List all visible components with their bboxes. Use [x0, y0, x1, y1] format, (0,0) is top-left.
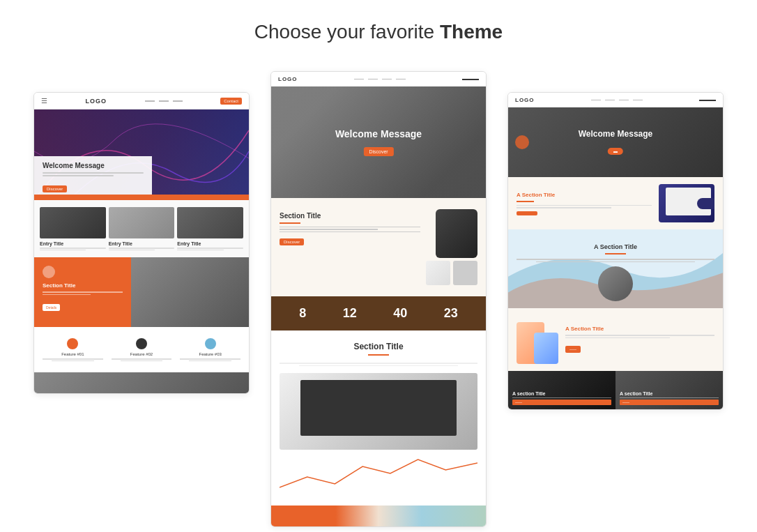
t3-nav-bar — [699, 100, 716, 101]
t1-nav-link3 — [173, 100, 183, 102]
t1-feature-circle1 — [67, 338, 78, 349]
hamburger-icon[interactable]: ☰ — [41, 97, 47, 105]
t1-section-line2 — [43, 294, 91, 296]
t1-section: Section Title Details — [34, 257, 249, 327]
t1-feature-3: Feature #03 — [177, 334, 243, 365]
t3-bottom-title1: A section Title — [512, 391, 611, 396]
t1-entries: Entry Title Entry Title Entry Title — [34, 200, 249, 257]
t3-promo-btn[interactable]: —— — [565, 346, 581, 353]
t1-hero-content: Welcome Message Discover — [34, 156, 152, 200]
t2-product-accent-line — [280, 222, 300, 224]
t3-hero: Welcome Message ▬ — [508, 107, 723, 177]
t2-nav-link1 — [354, 79, 364, 80]
t1-feature-label3: Feature #03 — [199, 352, 222, 356]
t2-count-2: 12 — [343, 306, 357, 321]
themes-container: ☰ LOGO Contact Welcome Message — [14, 71, 743, 527]
t3-feature1-title: A Section Title — [517, 192, 652, 198]
theme2-card[interactable]: LOGO Welcome Message Discover Section Ti… — [270, 71, 487, 527]
t3-hero-btn[interactable]: ▬ — [608, 148, 623, 155]
t3-bottom-title2: A section Title — [620, 391, 719, 396]
t1-entry-line2 — [109, 248, 175, 249]
t3-navbar: LOGO — [508, 93, 723, 107]
t2-nav-bar — [462, 79, 479, 80]
t1-desc-line1 — [43, 172, 144, 174]
t3-bottom-cell2: A section Title —— — [615, 371, 723, 409]
t3-promo-section: A Section Title —— — [508, 308, 723, 371]
t1-entry-line3b — [177, 250, 223, 251]
t1-entry-img2 — [109, 207, 175, 238]
t2-product-desc — [280, 227, 420, 233]
t1-discover-btn[interactable]: Discover — [43, 185, 67, 192]
t3-feature1-accent — [517, 201, 534, 202]
t3-promo-line2 — [565, 337, 670, 339]
t2-product-info: Section Title Discover — [280, 209, 420, 246]
t1-entry-3: Entry Title — [177, 207, 243, 250]
t3-wave-title: A Section Title — [517, 243, 714, 250]
t1-hero: Welcome Message Discover — [34, 109, 249, 200]
t1-entry-line1 — [40, 248, 106, 249]
theme3-card[interactable]: LOGO Welcome Message ▬ A Section Title — [507, 92, 724, 410]
t2-bottom — [271, 506, 486, 526]
t1-entry-title2: Entry Title — [109, 241, 175, 246]
t2-product-images — [426, 209, 477, 285]
t3-hero-content: Welcome Message ▬ — [579, 129, 653, 155]
t1-section-line1 — [43, 291, 123, 293]
t3-promo-image — [517, 315, 558, 364]
t1-section-title: Section Title — [43, 282, 123, 289]
t2-hero-content: Welcome Message Discover — [335, 128, 422, 156]
t1-contact-btn[interactable]: Contact — [220, 98, 242, 105]
t1-nav-links — [145, 100, 183, 102]
t1-navbar: ☰ LOGO Contact — [34, 93, 249, 109]
t3-robot-img — [534, 333, 558, 364]
t2-nav-link3 — [382, 79, 392, 80]
t1-feature-label2: Feature #02 — [130, 352, 153, 356]
t2-count-num4: 23 — [444, 306, 458, 321]
t3-wave-content: A Section Title — [508, 229, 723, 308]
t1-feature-circle3 — [205, 338, 216, 349]
t1-bottom — [34, 372, 249, 393]
t1-nav-link2 — [159, 100, 169, 102]
t2-discover-btn[interactable]: Discover — [363, 147, 393, 156]
t1-entry-2: Entry Title — [109, 207, 175, 250]
t3-feature1: A Section Title — [508, 177, 723, 229]
t3-bottom-line1 — [512, 397, 611, 399]
t3-vr-headset — [697, 198, 714, 209]
t1-section-circle — [43, 266, 55, 278]
t1-feature-line1b — [52, 360, 94, 362]
t3-bottom-line2 — [620, 397, 719, 399]
t3-feature1-btn — [517, 211, 537, 215]
t2-logo: LOGO — [278, 76, 298, 82]
t1-feature-2: Feature #02 — [109, 334, 175, 365]
t3-bottom-cell1: A section Title —— — [508, 371, 615, 409]
theme1-card[interactable]: ☰ LOGO Contact Welcome Message — [33, 92, 250, 394]
t2-nav-link2 — [368, 79, 378, 80]
t3-wave-accent — [605, 253, 626, 254]
t2-welcome-text: Welcome Message — [335, 128, 422, 139]
t1-feature-line3 — [180, 358, 240, 360]
page-title: Choose your favorite Theme — [254, 21, 503, 43]
t3-nav-links — [591, 100, 643, 101]
t2-product-discover-btn[interactable]: Discover — [280, 238, 304, 245]
t3-bottom-btn2[interactable]: —— — [620, 400, 719, 405]
t1-feature-line2 — [112, 358, 172, 360]
t3-nav-link1 — [591, 100, 601, 101]
t2-nav-link4 — [396, 79, 406, 80]
t1-section-right-img — [131, 257, 249, 327]
t1-entry-title1: Entry Title — [40, 241, 106, 246]
t2-product-title: Section Title — [280, 212, 420, 220]
t1-details-btn[interactable]: Details — [43, 304, 60, 311]
t3-logo: LOGO — [515, 97, 535, 103]
t1-welcome-text: Welcome Message — [43, 162, 144, 169]
t2-product-section: Section Title Discover — [271, 198, 486, 296]
t2-section-title: Section Title — [280, 342, 477, 351]
t1-entry-1: Entry Title — [40, 207, 106, 250]
t2-count-num2: 12 — [343, 306, 357, 321]
t1-entry-line3 — [177, 248, 243, 249]
t1-nav-link1 — [145, 100, 155, 102]
t1-entry-title3: Entry Title — [177, 241, 243, 246]
t1-desc-line2 — [43, 175, 114, 176]
t3-nav-link2 — [605, 100, 615, 101]
t2-section: Section Title — [271, 330, 486, 506]
t3-bottom-btn1[interactable]: —— — [512, 400, 611, 405]
t1-feature-label1: Feature #01 — [61, 352, 84, 356]
